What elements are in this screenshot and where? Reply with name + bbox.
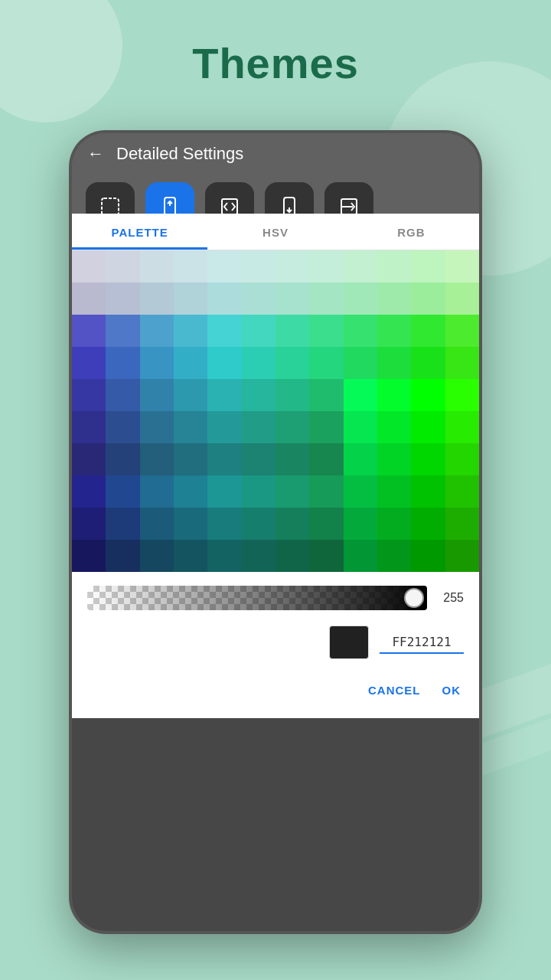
palette-cell[interactable] — [72, 347, 106, 379]
palette-cell[interactable] — [242, 443, 276, 475]
palette-cell[interactable] — [174, 540, 207, 572]
palette-cell[interactable] — [411, 508, 445, 540]
palette-cell[interactable] — [344, 315, 377, 347]
palette-cell[interactable] — [309, 443, 343, 475]
palette-cell[interactable] — [140, 443, 174, 475]
palette-cell[interactable] — [411, 540, 445, 572]
palette-cell[interactable] — [445, 379, 479, 411]
palette-cell[interactable] — [72, 475, 106, 508]
palette-cell[interactable] — [242, 475, 276, 508]
palette-cell[interactable] — [377, 411, 411, 443]
palette-cell[interactable] — [174, 443, 207, 475]
palette-cell[interactable] — [72, 315, 106, 347]
palette-cell[interactable] — [207, 379, 241, 411]
palette-cell[interactable] — [140, 250, 174, 283]
palette-cell[interactable] — [411, 475, 445, 508]
palette-cell[interactable] — [174, 250, 207, 283]
tab-rgb[interactable]: RGB — [344, 214, 479, 250]
palette-cell[interactable] — [309, 475, 343, 508]
palette-cell[interactable] — [106, 250, 139, 283]
palette-cell[interactable] — [276, 443, 309, 475]
palette-cell[interactable] — [72, 250, 106, 283]
palette-cell[interactable] — [207, 443, 241, 475]
palette-cell[interactable] — [309, 283, 343, 315]
palette-cell[interactable] — [276, 540, 309, 572]
palette-cell[interactable] — [72, 508, 106, 540]
slider-thumb[interactable] — [404, 588, 424, 608]
palette-cell[interactable] — [140, 411, 174, 443]
palette-cell[interactable] — [207, 315, 241, 347]
palette-cell[interactable] — [140, 283, 174, 315]
palette-cell[interactable] — [106, 508, 139, 540]
palette-cell[interactable] — [106, 347, 139, 379]
palette-cell[interactable] — [242, 540, 276, 572]
palette-cell[interactable] — [445, 508, 479, 540]
palette-cell[interactable] — [174, 379, 207, 411]
palette-cell[interactable] — [242, 315, 276, 347]
cancel-button[interactable]: CANCEL — [365, 678, 424, 703]
palette-cell[interactable] — [72, 540, 106, 572]
palette-cell[interactable] — [309, 315, 343, 347]
back-button[interactable]: ← — [87, 144, 104, 164]
palette-cell[interactable] — [411, 283, 445, 315]
palette-cell[interactable] — [411, 411, 445, 443]
palette-cell[interactable] — [276, 379, 309, 411]
palette-cell[interactable] — [344, 411, 377, 443]
palette-cell[interactable] — [344, 443, 377, 475]
palette-cell[interactable] — [309, 411, 343, 443]
palette-cell[interactable] — [276, 315, 309, 347]
palette-cell[interactable] — [242, 283, 276, 315]
palette-cell[interactable] — [377, 250, 411, 283]
palette-cell[interactable] — [411, 443, 445, 475]
palette-cell[interactable] — [276, 250, 309, 283]
palette-cell[interactable] — [377, 347, 411, 379]
palette-cell[interactable] — [344, 379, 377, 411]
palette-cell[interactable] — [140, 540, 174, 572]
palette-cell[interactable] — [207, 508, 241, 540]
palette-cell[interactable] — [106, 411, 139, 443]
palette-cell[interactable] — [377, 443, 411, 475]
palette-cell[interactable] — [276, 411, 309, 443]
palette-cell[interactable] — [174, 475, 207, 508]
tab-palette[interactable]: PALETTE — [72, 214, 207, 250]
palette-cell[interactable] — [174, 411, 207, 443]
palette-cell[interactable] — [242, 347, 276, 379]
palette-cell[interactable] — [445, 475, 479, 508]
palette-cell[interactable] — [140, 475, 174, 508]
palette-cell[interactable] — [309, 508, 343, 540]
palette-cell[interactable] — [377, 379, 411, 411]
color-palette[interactable] — [72, 250, 479, 572]
palette-cell[interactable] — [377, 540, 411, 572]
tab-hsv[interactable]: HSV — [207, 214, 343, 250]
palette-cell[interactable] — [207, 250, 241, 283]
palette-cell[interactable] — [174, 508, 207, 540]
palette-cell[interactable] — [174, 315, 207, 347]
palette-cell[interactable] — [309, 540, 343, 572]
palette-cell[interactable] — [344, 347, 377, 379]
palette-cell[interactable] — [377, 475, 411, 508]
palette-cell[interactable] — [411, 315, 445, 347]
palette-cell[interactable] — [207, 347, 241, 379]
palette-cell[interactable] — [207, 540, 241, 572]
ok-button[interactable]: OK — [439, 678, 465, 703]
palette-cell[interactable] — [106, 379, 139, 411]
palette-cell[interactable] — [207, 283, 241, 315]
palette-cell[interactable] — [309, 250, 343, 283]
palette-cell[interactable] — [411, 250, 445, 283]
palette-cell[interactable] — [309, 347, 343, 379]
palette-cell[interactable] — [445, 250, 479, 283]
palette-cell[interactable] — [411, 379, 445, 411]
palette-cell[interactable] — [344, 540, 377, 572]
palette-cell[interactable] — [106, 443, 139, 475]
palette-cell[interactable] — [445, 411, 479, 443]
palette-cell[interactable] — [445, 315, 479, 347]
palette-cell[interactable] — [276, 508, 309, 540]
palette-cell[interactable] — [242, 411, 276, 443]
palette-cell[interactable] — [106, 475, 139, 508]
palette-cell[interactable] — [72, 443, 106, 475]
palette-cell[interactable] — [242, 250, 276, 283]
palette-cell[interactable] — [140, 347, 174, 379]
palette-cell[interactable] — [72, 379, 106, 411]
palette-cell[interactable] — [72, 411, 106, 443]
palette-cell[interactable] — [445, 347, 479, 379]
